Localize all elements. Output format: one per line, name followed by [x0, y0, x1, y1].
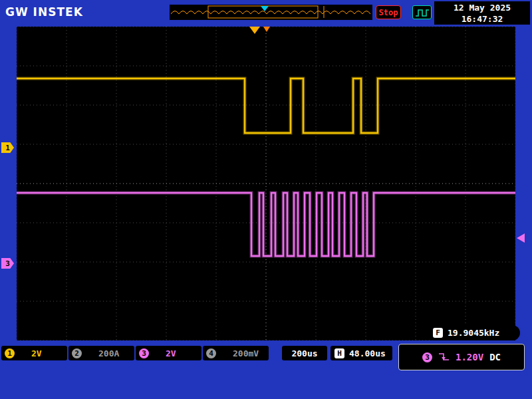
ch3-ground-marker[interactable]: 3: [1, 258, 14, 269]
acquisition-stop-indicator[interactable]: Stop: [376, 5, 401, 19]
trigger-level-marker[interactable]: [517, 233, 525, 243]
channel-2-scale: 200A: [98, 348, 119, 358]
timebase-readout[interactable]: 200us: [282, 346, 327, 360]
channel-1-scale: 2V: [31, 348, 42, 358]
frequency-value: 19.9045kHz: [448, 328, 499, 338]
channel-3-badge: 3: [139, 348, 149, 358]
trigger-position-marker[interactable]: [249, 27, 260, 34]
trigger-status-box[interactable]: 3 1.20V DC: [398, 344, 525, 370]
channel-3-status[interactable]: 3 2V: [136, 346, 201, 360]
trigger-level-value: 1.20V: [456, 352, 483, 362]
channel-3-scale: 2V: [166, 348, 176, 358]
falling-edge-icon: [438, 352, 450, 362]
ch1-ground-marker[interactable]: 1: [1, 142, 14, 153]
trigger-coupling: DC: [489, 352, 501, 362]
channel-1-badge: 1: [5, 348, 15, 358]
channel-4-status[interactable]: 4 200mV: [203, 346, 269, 360]
trigger-mode-icon[interactable]: [412, 5, 432, 19]
time-text: 16:47:32: [434, 13, 530, 25]
graticule-and-traces: [17, 27, 515, 340]
datetime-display: 12 May 2025 16:47:32: [434, 1, 530, 25]
horizontal-readout[interactable]: H 48.00us: [331, 346, 392, 360]
channel-4-scale: 200mV: [233, 348, 259, 358]
waveform-display: [17, 27, 515, 340]
preview-waveform-icon: [170, 5, 372, 20]
oscilloscope-screen: GW INSTEK Stop 12 May 2025 16:47:32 1 3 …: [0, 0, 532, 399]
channel-2-status[interactable]: 2 200A: [68, 346, 134, 360]
square-wave-icon: [415, 8, 430, 17]
acquisition-preview-bar[interactable]: [170, 5, 372, 20]
trigger-source-badge: 3: [422, 352, 432, 362]
brand-logo: GW INSTEK: [5, 5, 83, 19]
channel-1-status[interactable]: 1 2V: [1, 346, 67, 360]
horizontal-badge-icon: H: [334, 348, 344, 358]
frequency-readout: F 19.9045kHz: [427, 325, 520, 340]
horizontal-value: 48.00us: [349, 348, 386, 358]
date-text: 12 May 2025: [434, 2, 530, 13]
frequency-badge-icon: F: [433, 328, 443, 338]
channel-4-badge: 4: [206, 348, 216, 358]
channel-2-badge: 2: [72, 348, 82, 358]
horizontal-position-marker[interactable]: [263, 27, 270, 32]
